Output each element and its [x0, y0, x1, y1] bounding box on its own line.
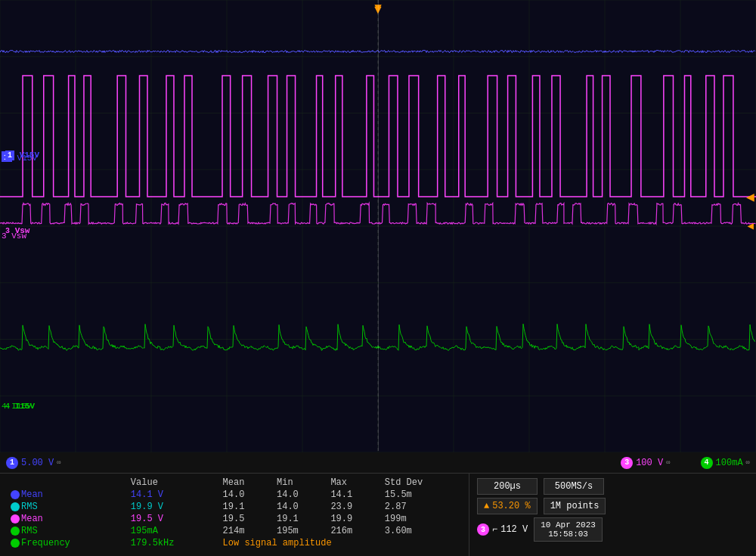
ch1-label: 1 V15V: [3, 150, 42, 160]
time-display: 15:58:03: [541, 530, 596, 539]
measurements-area: Value Mean Min Max Std Dev Mean14.1 V14.…: [0, 474, 756, 556]
col-header-max: Max: [326, 477, 380, 489]
meas-stddev-3: 3.60m: [380, 525, 463, 537]
low-signal-text: Low signal amplitude: [223, 538, 332, 548]
ch1-bw: ∞: [57, 459, 60, 467]
ch1-setting: 1 5.00 V ∞: [6, 457, 61, 469]
col-header-stddev: Std Dev: [380, 477, 463, 489]
ch3-setting: 3 100 V ∞: [621, 457, 670, 469]
meas-max-0: 14.1: [326, 489, 380, 501]
col-header-value: Value: [126, 477, 218, 489]
meas-mean-2: 19.5: [218, 513, 272, 525]
meas-mean-0: 14.0: [218, 489, 272, 501]
ch3-voltage-indicator: 3 ⌐ 112 V: [477, 523, 528, 536]
col-header-label: [6, 477, 126, 489]
meas-label-2: Mean: [6, 513, 126, 525]
meas-label-4: Frequency: [6, 537, 126, 549]
ch3-num-indicator: 3: [477, 523, 489, 536]
ch4-setting: 4 100mA ∞: [701, 457, 750, 469]
trigger-percent: 53.20 %: [492, 501, 530, 511]
meas-stddev-0: 15.5m: [380, 489, 463, 501]
meas-max-1: 23.9: [326, 501, 380, 513]
measurement-row-3: RMS195mA214m195m216m3.60m: [6, 525, 463, 537]
info-bar: 1 5.00 V ∞ 3 100 V ∞ 4 100mA ∞: [0, 452, 756, 556]
meas-min-3: 195m: [272, 525, 326, 537]
ch4-label: 4 I15V: [3, 401, 37, 412]
measurements-table: Value Mean Min Max Std Dev Mean14.1 V14.…: [0, 474, 469, 556]
datetime-box: 10 Apr 2023 15:58:03: [534, 517, 603, 542]
meas-min-1: 14.0: [272, 501, 326, 513]
meas-label-1: RMS: [6, 501, 126, 513]
measurement-row-1: RMS19.9 V19.114.023.92.87: [6, 501, 463, 513]
meas-value-1: 19.9 V: [126, 501, 218, 513]
meas-mean-1: 19.1: [218, 501, 272, 513]
points-box: 1M points: [544, 498, 606, 514]
ch3-voltage-value: 112 V: [500, 524, 528, 535]
meas-min-2: 19.1: [272, 513, 326, 525]
display-area: ▼ ◀ 1 V15V 3 Vsw 4 I15V: [0, 0, 756, 452]
meas-value-0: 14.1 V: [126, 489, 218, 501]
ch4-number: 4: [701, 457, 713, 469]
timebase-box: 200µs: [477, 478, 538, 495]
meas-min-0: 14.0: [272, 489, 326, 501]
meas-mean-4: Low signal amplitude: [218, 537, 463, 549]
meas-label-0: Mean: [6, 489, 126, 501]
trigger-arrow: ▼: [374, 2, 382, 15]
measurement-row-4: Frequency179.5kHzLow signal amplitude: [6, 537, 463, 549]
ch3-label: 3 Vsw: [3, 225, 32, 236]
col-header-mean: Mean: [218, 477, 272, 489]
col-header-min: Min: [272, 477, 326, 489]
sample-rate-box: 500MS/s: [544, 478, 604, 495]
meas-value-4: 179.5kHz: [126, 537, 218, 549]
meas-stddev-2: 199m: [380, 513, 463, 525]
measurement-row-0: Mean14.1 V14.014.014.115.5m: [6, 489, 463, 501]
right-panel: 200µs 500MS/s ▲ 53.20 % 1M points 3 ⌐ 11…: [469, 474, 756, 556]
ch1-scale: 5.00 V: [21, 458, 54, 468]
ch3-number: 3: [621, 457, 633, 469]
meas-stddev-1: 2.87: [380, 501, 463, 513]
ch3-scale: 100 V: [636, 458, 663, 468]
date-display: 10 Apr 2023: [541, 520, 596, 530]
measurement-row-2: Mean19.5 V19.519.119.9199m: [6, 513, 463, 525]
oscilloscope: ▼ ◀ 1 V15V 3 Vsw 4 I15V 1 5.00 V ∞: [0, 0, 756, 556]
meas-label-3: RMS: [6, 525, 126, 537]
top-bar: 1 5.00 V ∞ 3 100 V ∞ 4 100mA ∞: [0, 452, 756, 474]
ch1-number: 1: [6, 457, 18, 469]
trigger-box: ▲ 53.20 %: [477, 498, 538, 514]
ch4-bw: ∞: [746, 459, 750, 467]
meas-value-3: 195mA: [126, 525, 218, 537]
ch3-symbol: ⌐: [492, 524, 497, 535]
meas-max-3: 216m: [326, 525, 380, 537]
meas-value-2: 19.5 V: [126, 513, 218, 525]
ch3-voltage-row: 3 ⌐ 112 V 10 Apr 2023 15:58:03: [477, 517, 748, 542]
ch3-bw: ∞: [666, 459, 670, 467]
trigger-row: ▲ 53.20 % 1M points: [477, 498, 748, 514]
meas-mean-3: 214m: [218, 525, 272, 537]
ch4-scale: 100mA: [716, 458, 743, 468]
meas-max-2: 19.9: [326, 513, 380, 525]
timebase-row: 200µs 500MS/s: [477, 478, 748, 495]
right-arrow-indicator: ◀: [748, 219, 754, 232]
